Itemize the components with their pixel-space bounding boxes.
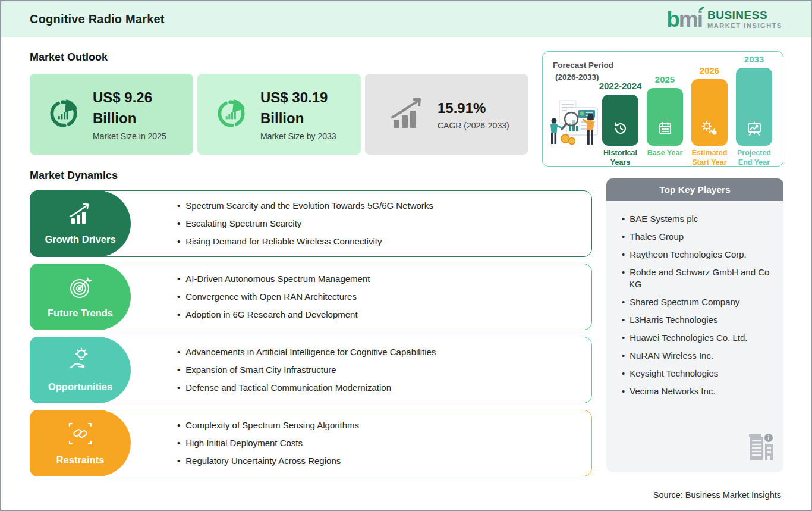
stat-card-2025: US$ 9.26 Billion Market Size in 2025	[30, 74, 193, 155]
bullet-item: Complexity of Spectrum Sensing Algorithm…	[177, 421, 359, 430]
key-player-item: BAE Systems plc	[622, 213, 775, 225]
key-player-item: NuRAN Wireless Inc.	[622, 350, 775, 362]
forecast-period-panel: Forecast Period (2026-2033)	[542, 51, 783, 167]
key-player-item: Rohde and Schwarz GmbH and Co KG	[622, 267, 775, 290]
stat-value: US$ 30.19	[260, 87, 336, 108]
page-title: Cognitive Radio Market	[30, 12, 165, 26]
forecast-bar-projected: 2033 Projected End Year	[736, 54, 772, 146]
forecast-bars: 2022-2024 Historical Years 2025	[602, 54, 772, 146]
growth-drivers-row: Growth Drivers Spectrum Scarcity and the…	[30, 190, 592, 257]
market-dynamics-heading: Market Dynamics	[30, 170, 118, 182]
source-attribution: Source: Business Market Insights	[653, 490, 781, 500]
stat-card-cagr: 15.91% CAGR (2026-2033)	[365, 74, 528, 155]
bullet-item: Convergence with Open RAN Architectures	[177, 292, 370, 302]
logo-line1: BUSINESS	[707, 10, 782, 21]
stat-unit: Billion	[260, 108, 336, 129]
future-trends-row: Future Trends AI-Driven Autonomous Spect…	[30, 264, 592, 330]
gear-chart-icon	[701, 121, 718, 136]
target-icon	[68, 275, 93, 302]
bullet-item: Defense and Tactical Communication Moder…	[177, 383, 436, 393]
growth-chart-icon	[67, 202, 94, 228]
chain-icon	[67, 421, 93, 449]
logo-text: BUSINESS MARKET INSIGHTS	[707, 10, 782, 29]
bullet-item: Escalating Spectrum Scarcity	[177, 219, 433, 228]
presentation-icon	[747, 121, 762, 136]
key-player-item: L3Harris Technologies	[622, 314, 775, 326]
growth-chart-icon	[389, 96, 426, 133]
stat-caption: Market Size in 2025	[93, 131, 166, 141]
key-players-heading: Top Key Players	[606, 178, 783, 201]
market-dynamics-rows: Growth Drivers Spectrum Scarcity and the…	[30, 190, 592, 476]
outlook-cards: US$ 9.26 Billion Market Size in 2025 US$…	[30, 74, 528, 155]
bar-base	[647, 88, 683, 146]
restraints-pill: Restraints	[30, 410, 131, 476]
bullet-item: High Initial Deployment Costs	[177, 438, 359, 448]
key-players-list: BAE Systems plc Thales Group Raytheon Te…	[606, 201, 783, 397]
bullet-item: Adoption in 6G Research and Development	[177, 310, 370, 319]
top-key-players-panel: Top Key Players BAE Systems plc Thales G…	[606, 178, 783, 472]
key-player-item: Shared Spectrum Company	[622, 296, 775, 308]
future-trends-pill: Future Trends	[30, 264, 131, 330]
bar-historical	[602, 95, 638, 146]
history-clock-icon	[613, 121, 628, 136]
market-outlook-heading: Market Outlook	[30, 51, 108, 64]
stat-unit: Billion	[93, 108, 166, 129]
growth-drivers-pill: Growth Drivers	[30, 190, 131, 257]
idea-hand-icon	[67, 347, 93, 376]
infographic-page: Cognitive Radio Market bmi BUSINESS MARK…	[0, 0, 812, 511]
bar-role-label: Estimated Start Year	[688, 149, 732, 167]
stat-value: US$ 9.26	[93, 87, 166, 108]
row-label: Growth Drivers	[45, 234, 115, 245]
restraints-row: Restraints Complexity of Spectrum Sensin…	[30, 410, 592, 476]
bar-year-label: 2025	[655, 74, 675, 84]
key-player-item: Keysight Technologies	[622, 368, 775, 380]
row-bullets: Advancements in Artificial Intelligence …	[131, 337, 436, 403]
svg-text:i: i	[768, 435, 770, 441]
row-label: Restraints	[56, 454, 105, 466]
bmi-logo-icon: bmi	[666, 11, 702, 29]
row-label: Opportunities	[48, 381, 112, 393]
stat-card-2033: US$ 30.19 Billion Market Size by 2033	[197, 74, 361, 155]
brand-logo: bmi BUSINESS MARKET INSIGHTS	[666, 10, 782, 29]
donut-chart-icon	[46, 96, 81, 133]
bar-estimated	[691, 79, 728, 146]
stat-caption: CAGR (2026-2033)	[438, 121, 509, 130]
stat-value: 15.91%	[438, 98, 509, 119]
company-building-icon: i	[749, 432, 774, 465]
row-bullets: Complexity of Spectrum Sensing Algorithm…	[131, 410, 359, 476]
bar-year-label: 2033	[744, 54, 764, 64]
bar-year-label: 2022-2024	[599, 81, 642, 91]
forecast-bar-estimated: 2026 Estimated Start Year	[691, 65, 728, 146]
bar-projected	[736, 68, 772, 146]
calendar-icon	[657, 121, 673, 136]
stat-caption: Market Size by 2033	[260, 131, 336, 141]
bullet-item: Regulatory Uncertainty Across Regions	[177, 456, 359, 466]
key-player-item: Vecima Networks Inc.	[622, 385, 775, 397]
bullet-item: Spectrum Scarcity and the Evolution Towa…	[177, 201, 433, 211]
logo-line2: MARKET INSIGHTS	[707, 23, 782, 29]
donut-chart-icon	[214, 96, 248, 133]
forecast-bar-historical: 2022-2024 Historical Years	[602, 81, 638, 146]
row-bullets: Spectrum Scarcity and the Evolution Towa…	[131, 191, 433, 256]
bar-role-label: Historical Years	[599, 149, 643, 167]
row-label: Future Trends	[48, 308, 113, 319]
bullet-item: AI-Driven Autonomous Spectrum Management	[177, 274, 370, 284]
header-bar: Cognitive Radio Market bmi BUSINESS MARK…	[1, 1, 811, 37]
bullet-item: Rising Demand for Reliable Wireless Conn…	[177, 237, 433, 246]
bar-year-label: 2026	[700, 65, 719, 76]
opportunities-row: Opportunities Advancements in Artificial…	[30, 337, 592, 403]
key-player-item: Huawei Technologies Co. Ltd.	[622, 332, 775, 344]
key-player-item: Thales Group	[622, 231, 775, 243]
bar-role-label: Projected End Year	[732, 149, 776, 167]
forecast-bar-base: 2025 Base Year	[647, 74, 683, 146]
bar-role-label: Base Year	[643, 149, 687, 158]
row-bullets: AI-Driven Autonomous Spectrum Management…	[131, 264, 370, 330]
bullet-item: Advancements in Artificial Intelligence …	[177, 347, 436, 357]
key-player-item: Raytheon Technologies Corp.	[622, 249, 775, 261]
opportunities-pill: Opportunities	[30, 337, 131, 403]
bullet-item: Expansion of Smart City Infrastructure	[177, 365, 436, 375]
